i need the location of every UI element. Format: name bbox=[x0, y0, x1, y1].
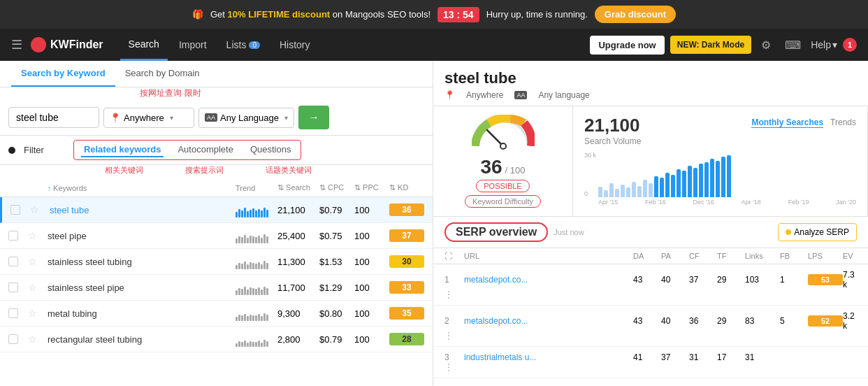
analyze-dot-icon bbox=[786, 229, 791, 235]
nav-item-lists[interactable]: Lists 0 bbox=[218, 29, 268, 61]
promo-bar: 🎁 Get 10% LIFETIME discount on Mangools … bbox=[0, 0, 868, 29]
kd-badge: 37 bbox=[389, 229, 424, 242]
keyboard-icon[interactable]: ⌨ bbox=[781, 36, 805, 55]
more-options-icon[interactable]: ⋮ bbox=[444, 362, 464, 372]
serp-cf: 36 bbox=[689, 316, 717, 326]
ppc-value: 100 bbox=[354, 334, 389, 345]
nav-item-import[interactable]: Import bbox=[171, 29, 215, 61]
row-checkbox[interactable] bbox=[8, 283, 18, 292]
serp-ev: 3.2 k bbox=[843, 311, 857, 331]
promo-highlight: 10% LIFETIME discount bbox=[228, 9, 331, 20]
kd-max: / 100 bbox=[505, 165, 526, 176]
tab-trends[interactable]: Trends bbox=[830, 117, 856, 128]
col-ev-header: EV bbox=[843, 252, 857, 260]
table-row[interactable]: ☆ rectangular steel tubing 2,800 $0.79 1… bbox=[0, 327, 433, 352]
col-expand-icon: ⛶ bbox=[444, 252, 464, 260]
kd-badge: 36 bbox=[389, 203, 424, 216]
col-lps-header: LPS bbox=[808, 252, 843, 260]
filter-bar: Filter Related keywords Autocomplete Que… bbox=[0, 136, 433, 165]
tab-autocomplete[interactable]: Autocomplete bbox=[175, 143, 236, 157]
tab-questions[interactable]: Questions bbox=[247, 143, 294, 157]
serp-row[interactable]: 2 metalsdepot.co... 43 40 36 29 83 5 52 … bbox=[433, 306, 868, 347]
location-select[interactable]: 📍 Anywhere ▾ bbox=[103, 108, 194, 128]
tab-search-by-keyword[interactable]: Search by Keyword bbox=[11, 61, 115, 87]
sort-arrow-icon: ↑ bbox=[48, 185, 51, 192]
kd-badge: 33 bbox=[389, 281, 424, 294]
row-checkbox[interactable] bbox=[8, 334, 18, 344]
serp-time: Just now bbox=[554, 228, 584, 236]
ppc-value: 100 bbox=[354, 257, 389, 267]
chart-y-min: 0 bbox=[584, 190, 588, 197]
serp-pa: 40 bbox=[661, 275, 689, 285]
language-select[interactable]: AA Any Language ▾ bbox=[198, 108, 294, 128]
nav-item-history[interactable]: History bbox=[271, 29, 319, 61]
serp-links: 31 bbox=[745, 352, 780, 362]
cpc-value: $1.53 bbox=[319, 257, 354, 267]
serp-url[interactable]: metalsdepot.co... bbox=[464, 316, 633, 326]
serp-url[interactable]: industrialmetals u... bbox=[464, 352, 633, 362]
sv-bar-chart bbox=[598, 155, 731, 197]
keyword-name: steel pipe bbox=[48, 231, 236, 241]
tab-monthly-searches[interactable]: Monthly Searches bbox=[751, 117, 823, 128]
serp-section: SERP overview Just now Analyze SERP ⛶ UR… bbox=[433, 217, 868, 386]
table-row[interactable]: ☆ steel tube 21,100 $0.79 bbox=[0, 197, 433, 223]
col-cf-header: CF bbox=[689, 252, 717, 260]
trend-sparkline bbox=[236, 228, 270, 243]
table-row[interactable]: ☆ steel pipe 25,400 $0.75 100 37 bbox=[0, 223, 433, 249]
table-row[interactable]: ☆ metal tubing 9,300 $0.80 100 35 bbox=[0, 301, 433, 327]
serp-ev: 7.3 k bbox=[843, 270, 857, 290]
star-icon[interactable]: ☆ bbox=[30, 204, 50, 215]
notification-badge[interactable]: 1 bbox=[843, 38, 857, 52]
serp-da: 41 bbox=[633, 352, 661, 362]
tab-search-by-domain[interactable]: Search by Domain bbox=[115, 61, 210, 87]
col-tf-header: TF bbox=[717, 252, 745, 260]
row-checkbox[interactable] bbox=[8, 231, 18, 241]
right-panel: steel tube 📍 Anywhere AA Any language bbox=[433, 61, 868, 386]
keyword-name: stainless steel tubing bbox=[48, 257, 236, 267]
star-icon[interactable]: ☆ bbox=[28, 282, 48, 293]
hamburger-icon[interactable]: ☰ bbox=[11, 37, 22, 52]
serp-fb: 5 bbox=[780, 316, 808, 326]
dark-mode-button[interactable]: NEW: Dark Mode bbox=[670, 36, 751, 54]
chevron-down-icon: ▾ bbox=[832, 39, 837, 50]
annotation-autocomplete: 搜索提示词 bbox=[185, 165, 224, 179]
nav-item-search[interactable]: Search bbox=[120, 29, 168, 61]
trend-sparkline bbox=[236, 280, 270, 295]
sv-number: 21,100 bbox=[584, 115, 641, 136]
chart-label-2: Feb '16 bbox=[645, 199, 666, 206]
annotation-domain: 按网址查询 bbox=[140, 88, 182, 98]
serp-table-header: ⛶ URL DA PA CF TF Links FB LPS EV bbox=[433, 248, 868, 264]
logo-dot bbox=[31, 37, 46, 52]
star-icon[interactable]: ☆ bbox=[28, 256, 48, 267]
table-row[interactable]: ☆ stainless steel tubing 11,300 $1.53 10… bbox=[0, 249, 433, 275]
serp-row[interactable]: 1 metalsdepot.co... 43 40 37 29 103 1 53… bbox=[433, 264, 868, 306]
filter-button[interactable]: Filter bbox=[24, 145, 44, 155]
trend-sparkline bbox=[236, 331, 270, 347]
navbar: ☰ KWFinder Search Import Lists 0 History… bbox=[0, 29, 868, 61]
serp-url[interactable]: metalsdepot.co... bbox=[464, 275, 633, 285]
chevron-down-icon: ▾ bbox=[170, 114, 173, 122]
search-go-button[interactable]: → bbox=[298, 106, 329, 129]
row-checkbox[interactable] bbox=[8, 308, 18, 318]
more-options-icon[interactable]: ⋮ bbox=[444, 290, 464, 299]
settings-icon[interactable]: ⚙ bbox=[757, 36, 775, 55]
grab-discount-button[interactable]: Grab discount bbox=[595, 6, 676, 23]
tab-related-keywords[interactable]: Related keywords bbox=[81, 143, 164, 157]
table-row[interactable]: ☆ stainless steel pipe 11,700 $1.29 100 … bbox=[0, 275, 433, 301]
row-checkbox[interactable] bbox=[8, 257, 18, 266]
upgrade-button[interactable]: Upgrade now bbox=[590, 36, 664, 55]
row-checkbox[interactable] bbox=[10, 205, 20, 215]
analyze-serp-button[interactable]: Analyze SERP bbox=[778, 223, 857, 241]
serp-row[interactable]: 3 industrialmetals u... 41 37 31 17 31 ⋮ bbox=[433, 347, 868, 378]
star-icon[interactable]: ☆ bbox=[28, 308, 48, 319]
keyword-table: ☆ steel tube 21,100 $0.79 bbox=[0, 197, 433, 386]
search-input[interactable] bbox=[8, 107, 99, 128]
serp-da: 43 bbox=[633, 275, 661, 285]
keyword-name: metal tubing bbox=[48, 308, 236, 319]
star-icon[interactable]: ☆ bbox=[28, 230, 48, 241]
promo-text: Get 10% LIFETIME discount on Mangools SE… bbox=[210, 9, 431, 20]
annotation-questions: 话题类关键词 bbox=[266, 165, 312, 179]
star-icon[interactable]: ☆ bbox=[28, 334, 48, 345]
more-options-icon[interactable]: ⋮ bbox=[444, 331, 464, 341]
help-button[interactable]: Help ▾ bbox=[811, 39, 837, 50]
